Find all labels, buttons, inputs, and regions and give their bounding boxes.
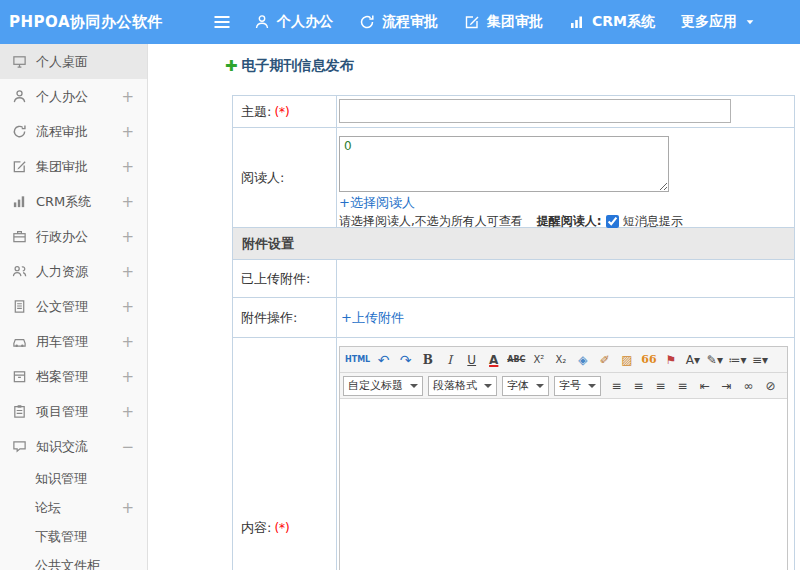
- blockquote-button[interactable]: 66: [638, 350, 659, 370]
- expand-toggle[interactable]: +: [121, 159, 134, 174]
- fill-color-button[interactable]: ▨: [616, 350, 637, 370]
- highlight-dropdown[interactable]: ✎▾: [704, 350, 725, 370]
- subscript-button[interactable]: X₂: [550, 350, 571, 370]
- sidebar-subitem-forum[interactable]: 论坛 +: [0, 493, 147, 522]
- sidebar-subitem-download-mgmt[interactable]: 下载管理: [0, 522, 147, 551]
- undo-button[interactable]: ↶: [373, 350, 394, 370]
- italic-button[interactable]: I: [439, 350, 460, 370]
- outdent-button[interactable]: ⇤: [694, 376, 715, 396]
- sidebar-item-workflow-approval[interactable]: 流程审批 +: [0, 114, 147, 149]
- select-readers-link[interactable]: +选择阅读人: [339, 194, 415, 212]
- sidebar-item-crm[interactable]: CRM系统 +: [0, 184, 147, 219]
- top-header: PHPOA协同办公软件 个人办公 流程审批 集团审批 CRM系统 更多应用: [0, 0, 800, 44]
- sidebar-item-group-approval[interactable]: 集团审批 +: [0, 149, 147, 184]
- redo-button[interactable]: ↷: [395, 350, 416, 370]
- process-icon: [12, 124, 27, 139]
- expand-toggle[interactable]: +: [121, 89, 134, 104]
- editor-content-area[interactable]: [340, 399, 787, 570]
- font-color-button[interactable]: A: [483, 350, 504, 370]
- subject-label: 主题:: [241, 103, 271, 121]
- justify-button[interactable]: ≡: [672, 376, 693, 396]
- unlink-button[interactable]: ⊘: [760, 376, 781, 396]
- sidebar-item-admin-office[interactable]: 行政办公 +: [0, 219, 147, 254]
- document-icon: [12, 299, 27, 314]
- subject-input[interactable]: [339, 99, 731, 123]
- sidebar-item-document-mgmt[interactable]: 公文管理 +: [0, 289, 147, 324]
- publish-form: 主题: (*) 阅读人: 0 +选择阅读人 请选择阅读人,不选为所有人可查看 提…: [232, 95, 795, 570]
- menu-button[interactable]: [200, 12, 244, 32]
- heading-select[interactable]: 自定义标题: [343, 376, 423, 396]
- size-select-value: 字号: [559, 378, 581, 393]
- sidebar-subitem-label: 论坛: [35, 499, 61, 517]
- expand-toggle[interactable]: +: [121, 404, 134, 419]
- nav-more-apps[interactable]: 更多应用: [681, 13, 756, 31]
- expand-toggle[interactable]: +: [121, 500, 134, 515]
- collapse-toggle[interactable]: −: [121, 439, 134, 454]
- briefcase-icon: [12, 229, 27, 244]
- sidebar-item-hr[interactable]: 人力资源 +: [0, 254, 147, 289]
- nav-group-approval[interactable]: 集团审批: [464, 13, 543, 31]
- text-color-dropdown[interactable]: A▾: [682, 350, 703, 370]
- sidebar-item-label: 行政办公: [36, 228, 88, 246]
- expand-toggle[interactable]: +: [121, 334, 134, 349]
- sidebar-item-desktop[interactable]: 个人桌面: [0, 44, 147, 79]
- content-label: 内容:: [241, 519, 271, 537]
- readers-textarea[interactable]: 0: [339, 136, 669, 192]
- superscript-button[interactable]: X²: [528, 350, 549, 370]
- readers-hint-line: 请选择阅读人,不选为所有人可查看 提醒阅读人: 短消息提示: [339, 213, 794, 230]
- uploaded-attachments-label: 已上传附件:: [241, 270, 310, 288]
- html-source-button[interactable]: HTML: [343, 350, 372, 370]
- sidebar-item-vehicle-mgmt[interactable]: 用车管理 +: [0, 324, 147, 359]
- expand-toggle[interactable]: +: [121, 299, 134, 314]
- desktop-icon: [12, 54, 27, 69]
- uploaded-attachments-cell: [337, 260, 794, 297]
- editor-toolbar-row1: HTML↶↷BIUAABCX²X₂◈✐▨66⚑A▾✎▾≔▾≡▾: [340, 347, 787, 373]
- indent-button[interactable]: ⇥: [716, 376, 737, 396]
- sidebar-item-label: 个人桌面: [36, 53, 88, 71]
- paragraph-format-select[interactable]: 段落格式: [428, 376, 497, 396]
- nav-crm[interactable]: CRM系统: [569, 13, 655, 31]
- image-button[interactable]: ▦: [782, 376, 787, 396]
- expand-toggle[interactable]: +: [121, 194, 134, 209]
- add-icon: ✚: [225, 57, 238, 75]
- subject-row: 主题: (*): [233, 96, 794, 128]
- strikethrough-button[interactable]: ABC: [505, 350, 527, 370]
- font-select-value: 字体: [507, 378, 529, 393]
- bullet-list-dropdown[interactable]: ≔▾: [726, 350, 748, 370]
- sidebar-item-personal-office[interactable]: 个人办公 +: [0, 79, 147, 114]
- underline-button[interactable]: U: [461, 350, 482, 370]
- nav-personal-office[interactable]: 个人办公: [254, 13, 333, 31]
- operation-label-cell: 附件操作:: [233, 298, 337, 337]
- top-nav: 个人办公 流程审批 集团审批 CRM系统 更多应用: [254, 13, 756, 31]
- expand-toggle[interactable]: +: [121, 369, 134, 384]
- readers-field-cell: 0 +选择阅读人 请选择阅读人,不选为所有人可查看 提醒阅读人: 短消息提示: [337, 128, 794, 227]
- sidebar-item-archive-mgmt[interactable]: 档案管理 +: [0, 359, 147, 394]
- flag-button[interactable]: ⚑: [660, 350, 681, 370]
- attachment-section-header: 附件设置: [233, 228, 794, 260]
- format-painter-button[interactable]: ✐: [594, 350, 615, 370]
- bold-button[interactable]: B: [417, 350, 438, 370]
- sidebar-item-knowledge-exchange[interactable]: 知识交流 −: [0, 429, 147, 464]
- expand-toggle[interactable]: +: [121, 124, 134, 139]
- process-icon: [359, 14, 375, 30]
- align-right-button[interactable]: ≡: [650, 376, 671, 396]
- sidebar-subitem-public-cabinet[interactable]: 公共文件柜: [0, 551, 147, 570]
- expand-toggle[interactable]: +: [121, 229, 134, 244]
- nav-workflow-approval[interactable]: 流程审批: [359, 13, 438, 31]
- chat-bubble-icon: [12, 439, 27, 454]
- align-left-button[interactable]: ≡: [606, 376, 627, 396]
- remove-format-button[interactable]: ◈: [572, 350, 593, 370]
- sidebar-subitem-knowledge-mgmt[interactable]: 知识管理: [0, 464, 147, 493]
- font-size-select[interactable]: 字号: [554, 376, 601, 396]
- expand-toggle[interactable]: +: [121, 264, 134, 279]
- number-list-dropdown[interactable]: ≡▾: [749, 350, 770, 370]
- font-family-select[interactable]: 字体: [502, 376, 549, 396]
- upload-attachment-link[interactable]: +上传附件: [341, 309, 404, 327]
- sms-notify-checkbox[interactable]: [606, 215, 619, 228]
- link-button[interactable]: ∞: [738, 376, 759, 396]
- align-center-button[interactable]: ≡: [628, 376, 649, 396]
- nav-label: 个人办公: [277, 13, 333, 31]
- sidebar-subitem-label: 公共文件柜: [35, 557, 100, 570]
- sidebar-item-project-mgmt[interactable]: 项目管理 +: [0, 394, 147, 429]
- chevron-down-icon: [744, 16, 756, 28]
